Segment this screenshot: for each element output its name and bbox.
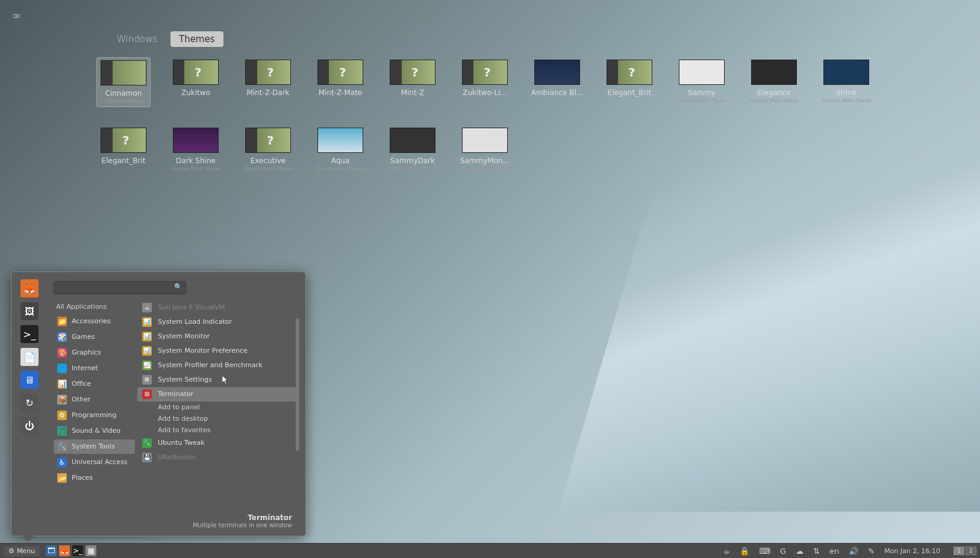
app-icon: 💾 — [142, 453, 152, 462]
theme-item-aqua[interactable]: AquaGnome Shell Theme — [313, 125, 367, 174]
keyboard-icon[interactable]: ⌨ — [759, 547, 770, 556]
gear-icon: ⚙ — [8, 547, 14, 555]
category-other[interactable]: 📦Other — [54, 392, 135, 407]
context-add-to-panel[interactable]: Add to panel — [153, 401, 299, 413]
category-icon: ⚙ — [57, 411, 67, 420]
theme-item-sammy[interactable]: SammyGnome Shell Theme — [675, 57, 729, 107]
theme-item-dark-shine[interactable]: Dark ShineGnome Shell Theme — [169, 125, 223, 174]
category-label: Sound & Video — [72, 427, 120, 435]
theme-item-sammydark[interactable]: SammyDarkGnome Shell Theme — [385, 125, 440, 174]
scrollbar-thumb[interactable] — [296, 318, 299, 451]
app-system-monitor[interactable]: 📊System Monitor — [137, 329, 299, 344]
menu-label: Menu — [17, 547, 35, 555]
theme-item-cinnamon[interactable]: CinnamonDefault theme — [96, 57, 151, 107]
category-icon: 🎨 — [57, 348, 67, 358]
app-ubuntu-tweak[interactable]: 🔧Ubuntu Tweak — [137, 436, 299, 450]
context-add-to-favorites[interactable]: Add to favorites — [153, 424, 299, 436]
category-label: Other — [72, 395, 90, 403]
app-system-monitor-preference[interactable]: 📊System Monitor Preference — [137, 344, 299, 358]
theme-item-elegant-brit[interactable]: ?Elegant_Brit — [96, 125, 151, 174]
context-add-to-desktop[interactable]: Add to desktop — [153, 413, 299, 424]
tab-themes[interactable]: Themes — [170, 31, 223, 47]
category-system-tools[interactable]: 🔧System Tools — [54, 439, 135, 454]
theme-thumbnail: ? — [317, 60, 363, 85]
infinity-icon[interactable]: ∞ — [12, 9, 21, 22]
clock[interactable]: Mon Jan 2, 16:10 — [884, 547, 940, 555]
launcher-files[interactable]: ▦ — [86, 545, 96, 556]
launcher-show-desktop[interactable]: 🗔 — [46, 545, 57, 556]
theme-item-elegance[interactable]: EleganceGnome Shell Theme — [747, 57, 801, 107]
category-internet[interactable]: 🌐Internet — [54, 361, 135, 376]
theme-subtitle: Gnome Shell Theme — [460, 166, 509, 172]
all-applications[interactable]: All Applications — [54, 300, 135, 313]
theme-item-ambiance-bl-[interactable]: Ambiance Bl... — [530, 57, 584, 107]
scrollbar[interactable] — [295, 300, 299, 510]
theme-item-mint-z-dark[interactable]: ?Mint-Z-Dark — [241, 57, 295, 107]
app-system-settings[interactable]: ⚙System Settings — [137, 373, 299, 387]
theme-subtitle: Gnome Shell Theme — [388, 166, 437, 172]
category-icon: 📊 — [57, 379, 67, 389]
category-sound-video[interactable]: 🎵Sound & Video — [54, 424, 135, 438]
favorite-monitor[interactable]: 🖥 — [20, 371, 39, 389]
theme-item-zukitwo-li-[interactable]: ?Zukitwo-Li... — [458, 57, 512, 107]
theme-thumbnail: ? — [390, 60, 435, 85]
category-universal-access[interactable]: ♿Universal Access — [54, 455, 135, 470]
theme-item-shine[interactable]: ShineGnome Shell Theme — [819, 57, 873, 107]
category-places[interactable]: 📂Places — [54, 471, 135, 485]
app-label: System Profiler and Benchmark — [158, 361, 263, 369]
app-system-load-indicator[interactable]: 📊System Load Indicator — [137, 315, 299, 329]
google-icon[interactable]: G — [780, 547, 786, 556]
category-icon: 🌐 — [57, 364, 67, 373]
theme-thumbnail: ? — [245, 128, 291, 153]
theme-name: SammyDark — [390, 157, 435, 165]
category-office[interactable]: 📊Office — [54, 377, 135, 391]
theme-item-zukitwo[interactable]: ?Zukitwo — [169, 57, 223, 107]
lang-indicator[interactable]: en — [829, 547, 839, 556]
theme-item-executive[interactable]: ?ExecutiveGnome Shell Theme — [241, 125, 295, 174]
theme-item-elegant-brit[interactable]: ?Elegant_Brit — [602, 57, 657, 107]
app-label: Sun Java 6 VisualVM — [158, 303, 225, 311]
theme-subtitle: Gnome Shell Theme — [677, 98, 726, 104]
theme-subtitle: Gnome Shell Theme — [243, 166, 292, 172]
coffee-icon[interactable]: ☕ — [723, 547, 731, 556]
volume-icon[interactable]: 🔊 — [849, 547, 858, 556]
hovered-app-title: Terminator — [54, 513, 292, 522]
theme-thumbnail: ? — [462, 60, 508, 85]
hovered-app-desc: Multiple terminals in one window — [54, 522, 292, 529]
workspace-2[interactable]: 2 — [966, 547, 976, 555]
launcher-terminal[interactable]: >_ — [72, 545, 83, 556]
app-unetbootin[interactable]: 💾UNetbootin — [137, 450, 299, 465]
theme-item-sammymon-[interactable]: SammyMon...Gnome Shell Theme — [458, 125, 512, 174]
favorite-terminal[interactable]: >_ — [20, 325, 39, 343]
settings-icon[interactable]: ✎ — [868, 547, 875, 556]
theme-thumbnail — [534, 60, 580, 85]
category-icon: 🎵 — [57, 426, 67, 436]
menu-main: 🔍 All Applications 📁Accessories🎲Games🎨Gr… — [48, 272, 305, 536]
app-system-profiler-and-benchmark[interactable]: 📈System Profiler and Benchmark — [137, 358, 299, 373]
lock-icon[interactable]: 🔒 — [740, 547, 749, 556]
favorite-firefox[interactable]: 🦊 — [20, 279, 39, 297]
category-column: All Applications 📁Accessories🎲Games🎨Grap… — [54, 300, 135, 510]
menu-button[interactable]: ⚙ Menu — [4, 546, 40, 556]
category-games[interactable]: 🎲Games — [54, 330, 135, 344]
favorite-restart[interactable]: ↻ — [20, 394, 39, 412]
category-graphics[interactable]: 🎨Graphics — [54, 346, 135, 360]
sync-icon[interactable]: ⇅ — [813, 547, 820, 556]
category-accessories[interactable]: 📁Accessories — [54, 314, 135, 329]
favorite-files[interactable]: 📄 — [20, 348, 39, 366]
app-sun-java-6-visualvm[interactable]: ☕Sun Java 6 VisualVM — [137, 300, 299, 315]
app-terminator[interactable]: ⊞Terminator — [137, 387, 299, 401]
overview-tabs: Windows Themes — [108, 31, 223, 47]
app-icon: 🔧 — [142, 438, 152, 448]
tab-windows[interactable]: Windows — [108, 31, 166, 47]
theme-item-mint-z[interactable]: ?Mint-Z — [385, 57, 440, 107]
workspace-1[interactable]: 1 — [953, 547, 964, 555]
category-icon: 📂 — [57, 473, 67, 483]
category-programming[interactable]: ⚙Programming — [54, 408, 135, 423]
theme-item-mint-z-mate[interactable]: ?Mint-Z-Mate — [313, 57, 367, 107]
favorite-image-viewer[interactable]: 🖼 — [20, 302, 39, 320]
cloud-icon[interactable]: ☁ — [796, 547, 804, 556]
launcher-firefox[interactable]: 🦊 — [59, 545, 70, 556]
search-input[interactable] — [54, 281, 186, 294]
favorite-power[interactable]: ⏻ — [20, 417, 39, 435]
